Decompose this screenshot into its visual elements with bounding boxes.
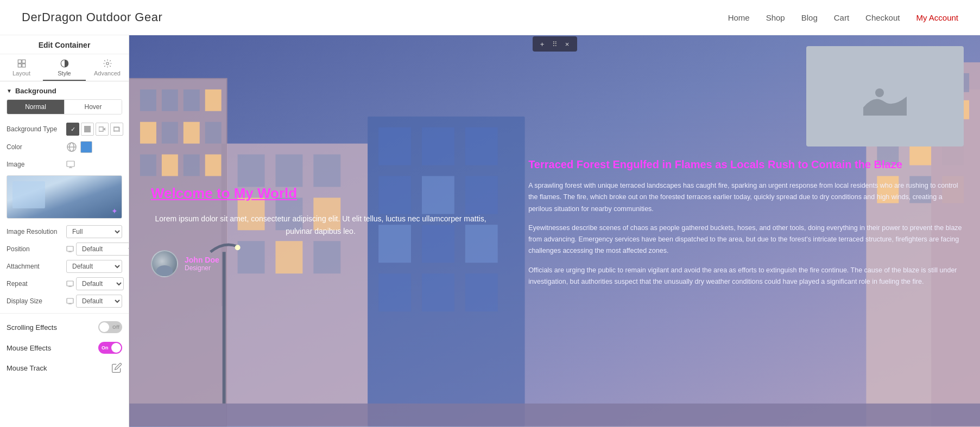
nav-checkout[interactable]: Checkout (865, 13, 900, 22)
nav-cart[interactable]: Cart (834, 13, 849, 22)
repeat-row: Repeat Default No-repeat Repeat (0, 275, 129, 292)
tab-advanced-label: Advanced (94, 70, 121, 77)
color-swatch[interactable] (80, 141, 92, 153)
scrolling-effects-toggle-text: Off (112, 324, 119, 330)
hero-author: John Doe Designer (151, 250, 490, 277)
bg-type-video-icon[interactable] (96, 123, 109, 136)
mouse-track-edit-icon[interactable] (111, 362, 122, 373)
placeholder-image-icon (863, 78, 907, 116)
position-select[interactable]: Default Center Center Top Left (76, 243, 129, 256)
state-hover-button[interactable]: Hover (65, 100, 122, 114)
tab-style-label: Style (58, 70, 71, 77)
article-paragraph-2: Eyewitnesses describe scenes of chaos as… (528, 222, 964, 257)
position-monitor-icon (66, 246, 74, 252)
article-paragraph-3: Officials are urging the public to remai… (528, 265, 964, 288)
position-control: Default Center Center Top Left (66, 243, 129, 256)
display-size-row: Display Size Default Auto Cover Contain (0, 292, 129, 310)
image-label-row: Image (0, 156, 129, 173)
article-headline: Terraced Forest Engulfed in Flames as Lo… (528, 157, 964, 171)
svg-rect-14 (67, 161, 74, 167)
tab-layout-label: Layout (12, 70, 30, 77)
tab-advanced[interactable]: Advanced (86, 54, 129, 81)
toolbar-close-button[interactable]: × (562, 39, 573, 49)
nav-my-account[interactable]: My Account (916, 13, 958, 22)
scrolling-effects-row: Scrolling Effects Off (0, 317, 129, 337)
hero-left-column: Welcome to My World Lorem ipsum dolor si… (129, 35, 512, 427)
toolbar-drag-handle[interactable]: ⠿ (552, 40, 558, 48)
scrolling-effects-slider: Off (98, 321, 122, 333)
scrolling-effects-toggle[interactable]: Off (98, 321, 122, 333)
brand-title: DerDragon Outdoor Gear (22, 10, 162, 24)
image-resolution-row: Image Resolution Full Large Medium Thumb… (0, 223, 129, 240)
display-size-monitor-icon (66, 298, 74, 304)
repeat-label: Repeat (7, 280, 66, 288)
color-label: Color (7, 143, 66, 151)
bg-type-classic-icon[interactable] (81, 123, 94, 136)
bg-type-none-icon[interactable]: ✓ (66, 123, 79, 136)
chevron-icon: ▼ (7, 88, 12, 94)
mouse-effects-slider: On (98, 342, 122, 354)
divider-1 (0, 313, 129, 314)
repeat-monitor-icon (66, 281, 74, 287)
svg-rect-7 (99, 127, 103, 131)
bg-type-row: Background Type ✓ (0, 120, 129, 138)
bg-type-slideshow-icon[interactable] (110, 123, 123, 136)
canvas-area: + ⠿ × (129, 35, 980, 427)
article-image-placeholder (806, 46, 964, 146)
svg-rect-17 (67, 246, 73, 251)
svg-rect-20 (67, 281, 73, 286)
article-paragraph-1: A sprawling forest with unique terraced … (528, 180, 964, 215)
nav-home[interactable]: Home (728, 13, 750, 22)
image-resolution-select[interactable]: Full Large Medium Thumbnail (66, 225, 122, 238)
bg-type-icons: ✓ (66, 123, 123, 136)
hero-content: Welcome to My World Lorem ipsum dolor si… (129, 35, 980, 427)
svg-point-5 (106, 62, 109, 65)
attachment-row: Attachment Default Scroll Fixed (0, 258, 129, 275)
state-buttons: Normal Hover (7, 99, 122, 114)
attachment-select[interactable]: Default Scroll Fixed (66, 260, 122, 273)
state-normal-button[interactable]: Normal (7, 100, 65, 114)
tab-style[interactable]: Style (43, 54, 86, 81)
hero-title: Welcome to My World (151, 185, 490, 202)
author-avatar (151, 250, 178, 277)
navbar: DerDragon Outdoor Gear Home Shop Blog Ca… (0, 0, 980, 35)
mouse-effects-row: Mouse Effects On (0, 337, 129, 358)
image-monitor-icon (66, 161, 75, 168)
display-size-label: Display Size (7, 297, 66, 305)
tab-layout[interactable]: Layout (0, 54, 43, 81)
image-preview[interactable] (7, 175, 122, 219)
image-monitor-icon-wrap (66, 161, 122, 168)
nav-links: Home Shop Blog Cart Checkout My Account (728, 13, 958, 22)
author-role: Designer (185, 264, 219, 272)
position-row: Position Default Center Center Top Left (0, 240, 129, 258)
image-label: Image (7, 161, 66, 168)
toolbar-add-button[interactable]: + (537, 39, 548, 49)
bg-type-label: Background Type (7, 125, 66, 133)
floating-toolbar: + ⠿ × (533, 36, 577, 52)
color-control (66, 141, 122, 153)
hero-description: Lorem ipsum dolor sit amet, consectetur … (151, 213, 490, 237)
repeat-select[interactable]: Default No-repeat Repeat (76, 277, 124, 290)
mouse-effects-toggle[interactable]: On (98, 342, 122, 354)
repeat-control: Default No-repeat Repeat (66, 277, 124, 290)
position-label: Position (7, 245, 66, 253)
author-info: John Doe Designer (185, 256, 219, 272)
mouse-track-label: Mouse Track (7, 364, 111, 372)
attachment-label: Attachment (7, 263, 66, 270)
svg-rect-2 (18, 64, 21, 67)
color-global-icon[interactable] (66, 142, 77, 152)
nav-shop[interactable]: Shop (766, 13, 785, 22)
panel-header: Edit Container (0, 35, 129, 54)
nav-blog[interactable]: Blog (801, 13, 818, 22)
scrolling-effects-label: Scrolling Effects (7, 323, 98, 332)
main-area: Edit Container Layout Style Advanced ▼ B… (0, 35, 980, 427)
background-section-header[interactable]: ▼ Background (0, 81, 129, 99)
svg-rect-6 (84, 126, 91, 132)
panel-tabs: Layout Style Advanced (0, 54, 129, 81)
display-size-select[interactable]: Default Auto Cover Contain (76, 295, 122, 308)
image-resolution-label: Image Resolution (7, 228, 66, 235)
svg-rect-1 (22, 60, 25, 63)
svg-rect-3 (22, 64, 25, 67)
image-magic-icon[interactable]: ✦ (111, 207, 118, 215)
display-size-control: Default Auto Cover Contain (66, 295, 122, 308)
